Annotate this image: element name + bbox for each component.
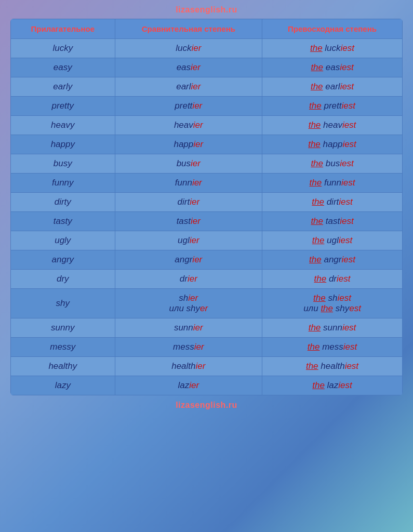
cell-comparative: funnier (115, 174, 262, 193)
cell-superlative: the happiest (262, 135, 403, 154)
cell-adjective: shy (11, 289, 115, 318)
cell-superlative: the messiest (262, 338, 403, 357)
table-row: earlyearlierthe earliest (11, 77, 403, 97)
header-adjective: Прилагательное (11, 19, 115, 39)
table-row: funnyfunnierthe funniest (11, 174, 403, 193)
cell-comparative: tastier (115, 212, 262, 231)
cell-comparative: shierили shyer (115, 289, 262, 318)
table-row: prettyprettierthe prettiest (11, 97, 403, 116)
cell-superlative: the driest (262, 270, 403, 289)
header-row: Прилагательное Сравнительная степень Пре… (11, 19, 403, 39)
cell-superlative: the busiest (262, 154, 403, 174)
table-row: lazylazierthe laziest (11, 376, 403, 395)
cell-comparative: easier (115, 58, 262, 77)
cell-superlative: the earliest (262, 77, 403, 97)
cell-adjective: dirty (11, 193, 115, 212)
cell-adjective: healthy (11, 357, 115, 376)
cell-superlative: the heaviest (262, 116, 403, 135)
table-row: luckyluckierthe luckiest (11, 39, 403, 58)
cell-superlative: the laziest (262, 376, 403, 395)
table-row: sunnysunnierthe sunniest (11, 318, 403, 338)
cell-comparative: lazier (115, 376, 262, 395)
cell-comparative: earlier (115, 77, 262, 97)
table-row: shyshierили shyerthe shiestили the shyes… (11, 289, 403, 318)
cell-superlative: the healthiest (262, 357, 403, 376)
cell-comparative: angrier (115, 250, 262, 270)
cell-adjective: happy (11, 135, 115, 154)
cell-superlative: the dirtiest (262, 193, 403, 212)
table-header: Прилагательное Сравнительная степень Пре… (11, 19, 403, 39)
cell-adjective: easy (11, 58, 115, 77)
table-row: healthyhealthierthe healthiest (11, 357, 403, 376)
table-row: easyeasierthe easiest (11, 58, 403, 77)
header-superlative: Превосходная степень (262, 19, 403, 39)
table-row: heavyheavierthe heaviest (11, 116, 403, 135)
cell-adjective: lucky (11, 39, 115, 58)
table-row: angryangrierthe angriest (11, 250, 403, 270)
table-row: busybusierthe busiest (11, 154, 403, 174)
cell-superlative: the shiestили the shyest (262, 289, 403, 318)
cell-superlative: the easiest (262, 58, 403, 77)
cell-adjective: dry (11, 270, 115, 289)
cell-superlative: the angriest (262, 250, 403, 270)
cell-superlative: the prettiest (262, 97, 403, 116)
adjectives-table: Прилагательное Сравнительная степень Пре… (10, 19, 403, 395)
cell-superlative: the tastiest (262, 212, 403, 231)
cell-adjective: sunny (11, 318, 115, 338)
table-row: drydrierthe driest (11, 270, 403, 289)
cell-adjective: tasty (11, 212, 115, 231)
cell-comparative: heavier (115, 116, 262, 135)
cell-adjective: early (11, 77, 115, 97)
table-row: uglyuglierthe ugliest (11, 231, 403, 250)
cell-superlative: the luckiest (262, 39, 403, 58)
cell-comparative: luckier (115, 39, 262, 58)
table-row: messymessierthe messiest (11, 338, 403, 357)
cell-superlative: the funniest (262, 174, 403, 193)
cell-adjective: heavy (11, 116, 115, 135)
table-row: happyhappierthe happiest (11, 135, 403, 154)
cell-adjective: pretty (11, 97, 115, 116)
cell-comparative: prettier (115, 97, 262, 116)
cell-comparative: happier (115, 135, 262, 154)
cell-adjective: ugly (11, 231, 115, 250)
cell-superlative: the ugliest (262, 231, 403, 250)
table-row: tastytastierthe tastiest (11, 212, 403, 231)
cell-comparative: dirtier (115, 193, 262, 212)
site-bottom-label: lizasenglish.ru (176, 401, 237, 410)
site-top-label: lizasenglish.ru (176, 5, 237, 15)
header-comparative: Сравнительная степень (115, 19, 262, 39)
cell-adjective: funny (11, 174, 115, 193)
table-row: dirtydirtierthe dirtiest (11, 193, 403, 212)
cell-adjective: busy (11, 154, 115, 174)
cell-comparative: messier (115, 338, 262, 357)
cell-comparative: sunnier (115, 318, 262, 338)
cell-comparative: busier (115, 154, 262, 174)
cell-adjective: messy (11, 338, 115, 357)
cell-comparative: uglier (115, 231, 262, 250)
table-body: luckyluckierthe luckiesteasyeasierthe ea… (11, 39, 403, 395)
cell-comparative: drier (115, 270, 262, 289)
cell-comparative: healthier (115, 357, 262, 376)
cell-superlative: the sunniest (262, 318, 403, 338)
cell-adjective: angry (11, 250, 115, 270)
cell-adjective: lazy (11, 376, 115, 395)
